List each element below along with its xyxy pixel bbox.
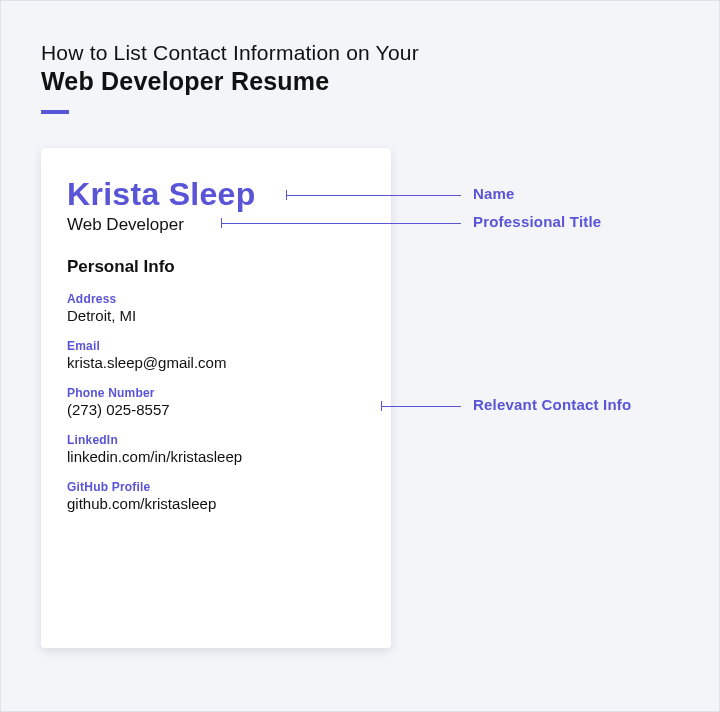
annot-line [221, 223, 461, 224]
annotation-title: Professional Title [473, 213, 601, 230]
annotation-name: Name [473, 185, 515, 202]
resume-title: Web Developer [67, 215, 365, 235]
email-label: Email [67, 339, 365, 353]
annot-line [381, 406, 461, 407]
email-value: krista.sleep@gmail.com [67, 354, 365, 371]
phone-label: Phone Number [67, 386, 365, 400]
section-heading: Personal Info [67, 257, 365, 277]
header-subtitle: How to List Contact Information on Your [41, 41, 679, 65]
annot-line [286, 195, 461, 196]
linkedin-value: linkedin.com/in/kristasleep [67, 448, 365, 465]
linkedin-label: LinkedIn [67, 433, 365, 447]
header-title: Web Developer Resume [41, 67, 679, 96]
annotation-contact: Relevant Contact Info [473, 396, 631, 413]
phone-value: (273) 025-8557 [67, 401, 365, 418]
address-value: Detroit, MI [67, 307, 365, 324]
accent-bar [41, 110, 69, 114]
github-value: github.com/kristasleep [67, 495, 365, 512]
diagram-stage: Krista Sleep Web Developer Personal Info… [41, 148, 679, 658]
address-label: Address [67, 292, 365, 306]
github-label: GitHub Profile [67, 480, 365, 494]
